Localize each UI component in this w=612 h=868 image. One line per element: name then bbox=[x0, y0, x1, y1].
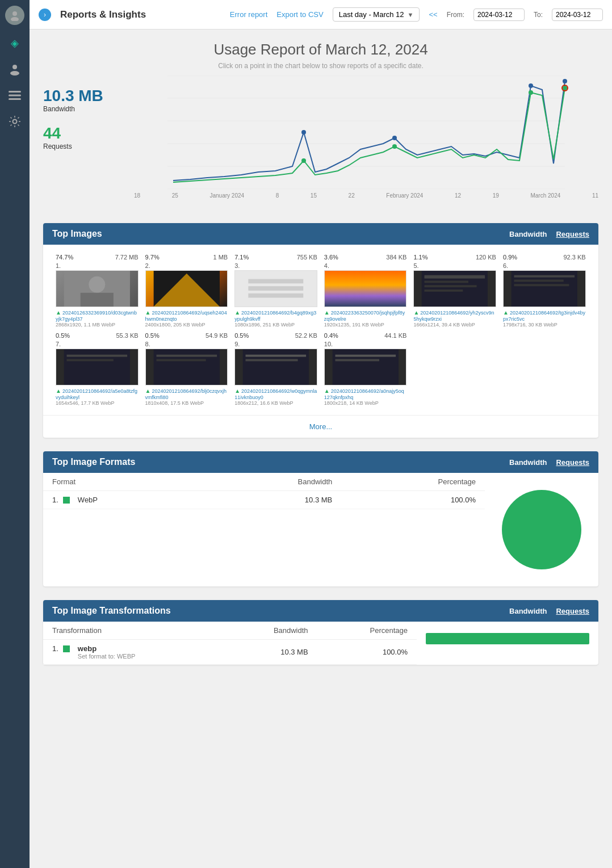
dropdown-arrow-icon: ▼ bbox=[408, 11, 414, 18]
images-grid: 74.7%7.72 MB 1. ▲20240126332369910/d03cg… bbox=[43, 245, 598, 415]
x-label-2: January 2024 bbox=[209, 192, 244, 199]
x-label-1: 25 bbox=[172, 192, 178, 199]
bandwidth-label: Bandwidth bbox=[43, 105, 134, 113]
transform-bandwidth-1: 10.3 MB bbox=[224, 640, 317, 665]
image-item-7[interactable]: 0.5%55.3 KB 7. ▲20240201210864692/a5e0a8… bbox=[52, 330, 142, 408]
svg-point-54 bbox=[502, 490, 581, 569]
top-formats-bandwidth-sort[interactable]: Bandwidth bbox=[509, 458, 547, 467]
x-label-3: 8 bbox=[276, 192, 279, 199]
svg-point-15 bbox=[392, 136, 397, 140]
usage-chart[interactable] bbox=[134, 76, 598, 189]
from-date-input[interactable] bbox=[473, 9, 525, 21]
svg-rect-51 bbox=[332, 349, 398, 385]
transform-col-bandwidth: Bandwidth bbox=[224, 622, 317, 640]
top-transformations-section: Top Image Transformations Bandwidth Requ… bbox=[43, 600, 598, 665]
svg-point-2 bbox=[12, 65, 17, 69]
image-thumb-7 bbox=[56, 349, 139, 385]
svg-point-14 bbox=[301, 130, 306, 135]
top-images-bandwidth-sort[interactable]: Bandwidth bbox=[509, 230, 547, 238]
image-item-2[interactable]: 9.7%1 MB 2. ▲20240201210864692/uqseh2404… bbox=[142, 251, 232, 330]
page-title: Reports & Insights bbox=[60, 9, 146, 20]
svg-rect-49 bbox=[246, 355, 307, 357]
image-thumb-9 bbox=[234, 349, 317, 385]
nav-chevron[interactable]: › bbox=[39, 9, 51, 21]
svg-point-0 bbox=[12, 11, 17, 16]
format-name-1: 1. WebP bbox=[43, 491, 206, 509]
image-item-8[interactable]: 0.5%54.9 KB 8. ▲20240201210864692/blj0cz… bbox=[142, 330, 232, 408]
svg-point-1 bbox=[11, 17, 19, 21]
image-item-1[interactable]: 74.7%7.72 MB 1. ▲20240126332369910/d03cg… bbox=[52, 251, 142, 330]
image-thumb-6 bbox=[503, 270, 586, 307]
top-transformations-bandwidth-sort[interactable]: Bandwidth bbox=[509, 607, 547, 615]
image-item-4[interactable]: 3.6%384 KB 4. ▲20240223363250070/jsqhpjf… bbox=[321, 251, 410, 330]
more-link[interactable]: More... bbox=[43, 415, 598, 438]
x-label-0: 18 bbox=[134, 192, 140, 199]
transform-bar-area bbox=[417, 622, 598, 656]
avatar[interactable] bbox=[5, 6, 24, 25]
x-label-9: March 2024 bbox=[530, 192, 560, 199]
image-item-3[interactable]: 7.1%755 KB 3. ▲20240201210864692/b4gq89x… bbox=[231, 251, 321, 330]
svg-point-17 bbox=[563, 79, 567, 83]
to-date-input[interactable] bbox=[552, 9, 603, 21]
requests-value: 44 bbox=[43, 124, 134, 142]
image-item-9[interactable]: 0.5%52.2 KB 9. ▲20240201210864692/w0qgym… bbox=[231, 330, 321, 408]
format-col-format: Format bbox=[43, 473, 206, 491]
image-thumb-8 bbox=[145, 349, 228, 385]
date-nav-back[interactable]: << bbox=[429, 10, 437, 19]
chart-wrapper[interactable]: 18 25 January 2024 8 15 22 February 2024… bbox=[134, 76, 598, 206]
image-thumb-1 bbox=[56, 270, 139, 307]
transform-content: Transformation Bandwidth Percentage 1. bbox=[43, 622, 598, 665]
sidebar-icon-streams[interactable] bbox=[7, 87, 23, 103]
svg-point-16 bbox=[529, 83, 533, 88]
x-label-5: 22 bbox=[349, 192, 355, 199]
svg-rect-34 bbox=[425, 275, 485, 279]
main-area: › Reports & Insights Error report Export… bbox=[30, 0, 612, 868]
svg-rect-45 bbox=[153, 349, 219, 385]
svg-rect-30 bbox=[249, 286, 304, 291]
format-row-1: 1. WebP 10.3 MB 100.0% bbox=[43, 491, 485, 509]
svg-rect-43 bbox=[66, 355, 127, 357]
transform-col-name: Transformation bbox=[43, 622, 224, 640]
stats-chart-section: 10.3 MB Bandwidth 44 Requests bbox=[43, 76, 598, 206]
top-images-requests-sort[interactable]: Requests bbox=[556, 230, 589, 238]
format-content: Format Bandwidth Percentage 1. bbox=[43, 473, 598, 586]
svg-rect-46 bbox=[156, 355, 217, 357]
date-range-dropdown[interactable]: Last day - March 12 ▼ bbox=[333, 7, 420, 22]
svg-rect-32 bbox=[332, 271, 398, 307]
image-item-5[interactable]: 1.1%120 KB 5. ▲20240201210864692/yh2yscv… bbox=[410, 251, 500, 330]
sidebar-icon-dashboard[interactable]: ◈ bbox=[7, 35, 23, 51]
svg-rect-42 bbox=[64, 349, 130, 385]
svg-rect-6 bbox=[9, 98, 21, 100]
sidebar-icon-settings[interactable] bbox=[7, 114, 23, 129]
svg-point-7 bbox=[13, 120, 17, 124]
format-table-area: Format Bandwidth Percentage 1. bbox=[43, 473, 485, 509]
x-label-7: 12 bbox=[455, 192, 461, 199]
image-item-10[interactable]: 0.4%44.1 KB 10. ▲20240201210864692/a0naj… bbox=[321, 330, 410, 408]
transform-pct-1: 100.0% bbox=[317, 640, 417, 665]
top-formats-header: Top Image Formats Bandwidth Requests bbox=[43, 451, 598, 473]
top-formats-section: Top Image Formats Bandwidth Requests For… bbox=[43, 451, 598, 586]
image-thumb-2 bbox=[145, 270, 228, 307]
image-thumb-5 bbox=[413, 270, 496, 307]
pie-chart bbox=[496, 484, 587, 575]
image-item-6[interactable]: 0.9%92.3 KB 6. ▲20240201210864692/tg3inj… bbox=[500, 251, 589, 330]
date-range-label: Last day - March 12 bbox=[339, 10, 404, 19]
top-images-sort: Bandwidth Requests bbox=[509, 230, 589, 238]
sidebar-icon-users[interactable] bbox=[7, 61, 23, 77]
export-csv-link[interactable]: Export to CSV bbox=[276, 10, 323, 19]
transform-table: Transformation Bandwidth Percentage 1. bbox=[43, 622, 417, 665]
svg-rect-53 bbox=[335, 359, 379, 361]
format-color-dot-1 bbox=[63, 497, 70, 504]
svg-rect-40 bbox=[514, 280, 563, 282]
top-transformations-requests-sort[interactable]: Requests bbox=[556, 607, 589, 615]
svg-point-19 bbox=[392, 144, 397, 149]
transform-name-1: 1. webp Set format to: WEBP bbox=[43, 640, 224, 665]
transform-row-1: 1. webp Set format to: WEBP 10.3 MB bbox=[43, 640, 417, 665]
requests-label: Requests bbox=[43, 142, 134, 150]
to-label: To: bbox=[534, 11, 543, 19]
error-report-link[interactable]: Error report bbox=[230, 10, 267, 19]
svg-rect-4 bbox=[9, 91, 21, 93]
svg-rect-37 bbox=[425, 290, 463, 292]
top-formats-title: Top Image Formats bbox=[52, 457, 135, 467]
top-formats-requests-sort[interactable]: Requests bbox=[556, 458, 589, 467]
